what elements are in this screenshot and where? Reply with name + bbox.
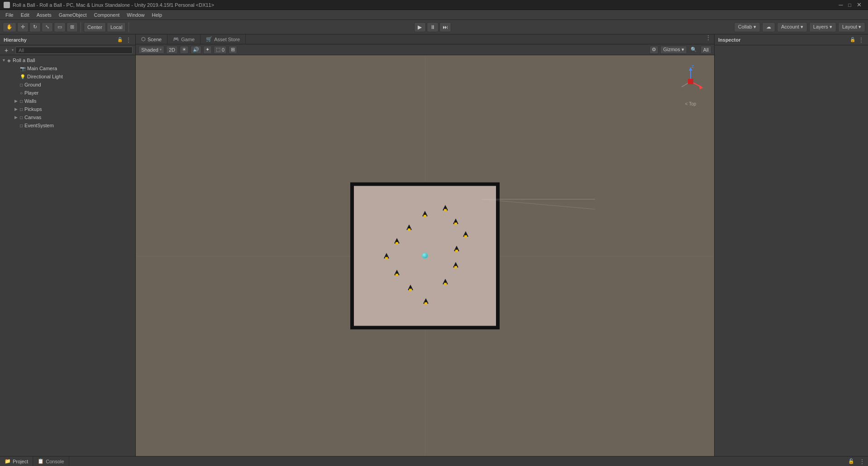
scene-tabs-spacer xyxy=(246,34,702,44)
inspector-lock-icon[interactable]: 🔓 xyxy=(850,37,855,42)
hierarchy-item-directional-light[interactable]: 💡 Directional Light ⋮ xyxy=(0,72,135,81)
menu-assets[interactable]: Assets xyxy=(33,10,55,20)
hierarchy-item-eventsystem[interactable]: □ EventSystem ⋮ xyxy=(0,121,135,130)
scene-light-btn[interactable]: ☀ xyxy=(180,46,189,54)
menu-component[interactable]: Component xyxy=(90,10,123,20)
close-btn[interactable]: ✕ xyxy=(854,1,864,8)
scene-fx-btn[interactable]: ✦ xyxy=(203,46,212,54)
pickup-2 xyxy=(442,205,448,211)
expand-arrow: ▶ xyxy=(14,107,19,111)
scene-sky-btn[interactable]: ⬚ 0 xyxy=(214,46,227,54)
tab-game[interactable]: 🎮 Game xyxy=(167,34,200,44)
layers-btn[interactable]: Layers ▾ xyxy=(809,22,836,32)
scene-audio-btn[interactable]: 🔊 xyxy=(191,46,201,54)
step-btn[interactable]: ⏭ xyxy=(439,22,451,32)
cloud-icon: ☁ xyxy=(766,24,771,30)
tab-scene[interactable]: ⬡ Scene xyxy=(136,34,167,44)
rotate-icon: ↻ xyxy=(33,24,37,30)
center-area: ⬡ Scene 🎮 Game 🛒 Asset Store ⋮ Shaded ▾ … xyxy=(136,34,714,456)
scene-icon: ⬡ xyxy=(141,36,146,42)
maximize-btn[interactable]: □ xyxy=(845,2,854,8)
tab-project[interactable]: 📁 Project xyxy=(0,456,33,466)
walls-icon: □ xyxy=(20,99,23,104)
toolbar: ✋ ✛ ↻ ⤡ ▭ ⊞ Center Local ▶ ⏸ ⏭ Collab ▾ … xyxy=(0,20,868,34)
camera-icon: 📷 xyxy=(20,66,25,71)
main-content: Hierarchy 🔓 ⋮ + ▾ ▼ ◈ Roll a Ball ⋮ 📷 Ma… xyxy=(0,34,868,456)
account-btn[interactable]: Account ▾ xyxy=(777,22,807,32)
play-btn[interactable]: ▶ xyxy=(414,22,426,32)
shading-mode-dropdown[interactable]: Shaded ▾ xyxy=(138,46,164,54)
hierarchy-item-canvas[interactable]: ▶ □ Canvas ⋮ xyxy=(0,113,135,121)
scene-all-label: All xyxy=(703,47,709,53)
fx-icon: ✦ xyxy=(205,47,210,53)
gizmos-label: Gizmos ▾ xyxy=(663,47,684,53)
scene-options-dots[interactable]: ⋮ xyxy=(702,34,714,44)
gizmo-widget: Z < Top xyxy=(675,63,706,104)
projection-dropdown[interactable]: 2D xyxy=(166,46,178,54)
bottom-lock-icon[interactable]: 🔓 xyxy=(846,458,856,464)
center-btn[interactable]: Center xyxy=(84,22,106,32)
collab-label: Collab ▾ xyxy=(738,24,756,30)
top-right-btns: Collab ▾ ☁ Account ▾ Layers ▾ Layout ▾ xyxy=(734,22,865,32)
hierarchy-item-pickups[interactable]: ▶ □ Pickups ⋮ xyxy=(0,105,135,113)
scene-settings-btn[interactable]: ⚙ xyxy=(649,46,658,54)
search-scene-icon: 🔍 xyxy=(691,47,697,53)
menu-help[interactable]: Help xyxy=(148,10,166,20)
layout-label: Layout ▾ xyxy=(842,24,861,30)
hierarchy-options-dots[interactable]: ⋮ xyxy=(125,37,132,43)
hierarchy-search-input[interactable] xyxy=(15,47,133,54)
hierarchy-title: Hierarchy xyxy=(4,37,114,43)
hand-icon: ✋ xyxy=(6,24,13,30)
pickup-6 xyxy=(463,231,469,237)
hierarchy-dropdown-arrow[interactable]: ▾ xyxy=(12,48,14,52)
menu-gameobject[interactable]: GameObject xyxy=(55,10,91,20)
tab-console[interactable]: 📋 Console xyxy=(33,456,69,466)
pickup-5 xyxy=(394,238,400,244)
menu-edit[interactable]: Edit xyxy=(17,10,33,20)
hierarchy-tree: ▼ ◈ Roll a Ball ⋮ 📷 Main Camera ⋮ 💡 Dire… xyxy=(0,55,135,456)
tab-project-label: Project xyxy=(13,459,28,464)
move-tool-btn[interactable]: ✛ xyxy=(17,22,29,32)
gizmos-dropdown[interactable]: Gizmos ▾ xyxy=(660,46,687,54)
hierarchy-add-btn[interactable]: + xyxy=(3,47,10,54)
scene-grid-btn[interactable]: ⊞ xyxy=(229,46,237,54)
pickup-11 xyxy=(407,284,414,291)
separator-2 xyxy=(129,22,129,32)
scene-viewport[interactable]: Z < Top xyxy=(136,55,714,456)
hand-tool-btn[interactable]: ✋ xyxy=(3,22,16,32)
menu-bar: File Edit Assets GameObject Component Wi… xyxy=(0,10,868,20)
hierarchy-item-label: Player xyxy=(24,90,38,96)
hierarchy-item-label: Pickups xyxy=(24,106,42,112)
transform-tool-btn[interactable]: ⊞ xyxy=(67,22,78,32)
menu-file[interactable]: File xyxy=(2,10,17,20)
hierarchy-item-main-camera[interactable]: 📷 Main Camera ⋮ xyxy=(0,64,135,72)
pickup-10 xyxy=(453,262,459,268)
collab-btn[interactable]: Collab ▾ xyxy=(734,22,760,32)
hierarchy-item-player[interactable]: ○ Player ⋮ xyxy=(0,89,135,97)
pause-btn[interactable]: ⏸ xyxy=(427,22,439,32)
rect-tool-btn[interactable]: ▭ xyxy=(54,22,66,32)
menu-window[interactable]: Window xyxy=(123,10,148,20)
rotate-tool-btn[interactable]: ↻ xyxy=(29,22,41,32)
inspector-content xyxy=(715,45,868,456)
center-label: Center xyxy=(87,24,102,30)
hierarchy-root-item[interactable]: ▼ ◈ Roll a Ball ⋮ xyxy=(0,56,135,64)
scene-all-dropdown[interactable]: All xyxy=(701,46,711,54)
pickup-13 xyxy=(423,298,429,304)
rect-icon: ▭ xyxy=(57,24,62,30)
scale-tool-btn[interactable]: ⤡ xyxy=(42,22,53,32)
local-btn[interactable]: Local xyxy=(107,22,126,32)
hierarchy-item-label: Walls xyxy=(24,98,36,104)
cloud-btn[interactable]: ☁ xyxy=(762,22,775,32)
bottom-area: 📁 Project 📋 Console 🔓 ⋮ + ▾ ▼ ★ Favorit xyxy=(0,456,868,466)
tab-asset-store[interactable]: 🛒 Asset Store xyxy=(200,34,246,44)
minimize-btn[interactable]: ─ xyxy=(836,1,845,8)
hierarchy-item-walls[interactable]: ▶ □ Walls ⋮ xyxy=(0,97,135,105)
hierarchy-item-ground[interactable]: □ Ground ⋮ xyxy=(0,81,135,89)
svg-marker-6 xyxy=(699,85,703,89)
bottom-options-dots[interactable]: ⋮ xyxy=(856,458,868,465)
layout-btn[interactable]: Layout ▾ xyxy=(838,22,865,32)
eventsystem-icon: □ xyxy=(20,123,23,128)
inspector-options-dots[interactable]: ⋮ xyxy=(858,37,864,43)
hierarchy-item-label: Directional Light xyxy=(27,74,63,79)
